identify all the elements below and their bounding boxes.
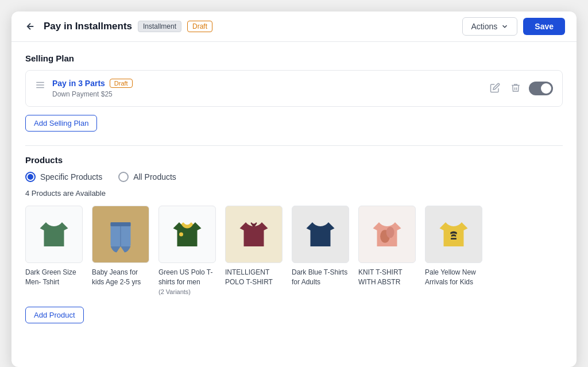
draft-badge: Draft: [187, 21, 212, 32]
main-window: Pay in Installments Installment Draft Ac…: [11, 11, 577, 367]
list-item: Dark Blue T-Shirts for Adults: [292, 206, 349, 295]
pencil-icon: [490, 83, 500, 93]
plan-name-row: Pay in 3 Parts Draft: [52, 79, 133, 88]
add-selling-plan-button[interactable]: Add Selling Plan: [25, 115, 97, 132]
plan-status-badge: Draft: [110, 79, 133, 88]
list-item: Green US Polo T-shirts for men (2 Varian…: [158, 206, 216, 295]
products-section-title: Products: [25, 155, 563, 165]
list-item: INTELLIGENT POLO T-SHIRT: [225, 206, 283, 295]
plan-toggle[interactable]: [529, 82, 553, 95]
specific-products-option[interactable]: Specific Products: [25, 172, 102, 182]
product-name-1: Dark Green Size Men- Tshirt: [25, 268, 83, 287]
specific-products-radio[interactable]: [25, 172, 36, 182]
all-products-radio[interactable]: [118, 172, 129, 182]
product-name-7: Pale Yellow New Arrivals for Kids: [425, 268, 482, 287]
product-name-4: INTELLIGENT POLO T-SHIRT: [225, 268, 283, 287]
plan-actions: [488, 80, 553, 97]
product-name-6: KNIT T-SHIRT WITH ABSTR: [358, 268, 416, 287]
plan-subtitle: Down Payment $25: [52, 90, 133, 98]
products-section: Products Specific Products All Products …: [25, 145, 563, 323]
list-item: KNIT T-SHIRT WITH ABSTR: [358, 206, 416, 295]
product-name-5: Dark Blue T-Shirts for Adults: [292, 268, 349, 287]
back-button[interactable]: [23, 19, 38, 34]
page-title: Pay in Installments: [44, 21, 132, 32]
product-type-radio-group: Specific Products All Products: [25, 172, 563, 182]
plan-name: Pay in 3 Parts: [52, 79, 105, 88]
menu-icon: [35, 80, 45, 92]
add-product-button[interactable]: Add Product: [25, 307, 84, 323]
product-image-2: [92, 206, 149, 263]
save-button[interactable]: Save: [523, 18, 565, 35]
list-item: Pale Yellow New Arrivals for Kids: [425, 206, 482, 295]
main-content: Selling Plan Pay in 3 Parts Draft Down P…: [11, 42, 577, 367]
product-grid: Dark Green Size Men- Tshirt Baby Jeans f…: [25, 206, 563, 295]
plan-info: Pay in 3 Parts Draft Down Payment $25: [52, 79, 133, 98]
svg-point-6: [179, 233, 183, 237]
list-item: Baby Jeans for kids Age 2-5 yrs: [92, 206, 149, 295]
selling-plan-card: Pay in 3 Parts Draft Down Payment $25: [25, 70, 563, 107]
actions-button[interactable]: Actions: [462, 17, 517, 36]
product-image-3: [158, 206, 216, 263]
product-name-2: Baby Jeans for kids Age 2-5 yrs: [92, 268, 149, 287]
specific-products-label: Specific Products: [40, 172, 102, 181]
product-name-3: Green US Polo T-shirts for men: [158, 268, 216, 287]
product-image-4: [225, 206, 283, 263]
trash-icon: [510, 83, 521, 93]
product-variants-3: (2 Variants): [158, 288, 191, 295]
products-available-count: 4 Products are Available: [25, 189, 563, 198]
installment-badge: Installment: [138, 21, 181, 32]
header-left: Pay in Installments Installment Draft: [23, 19, 455, 34]
selling-plan-section-title: Selling Plan: [25, 53, 563, 63]
svg-rect-5: [111, 222, 131, 226]
edit-plan-button[interactable]: [488, 80, 502, 97]
header: Pay in Installments Installment Draft Ac…: [11, 11, 577, 42]
product-image-7: [425, 206, 482, 263]
plan-left: Pay in 3 Parts Draft Down Payment $25: [35, 79, 133, 98]
product-image-5: [292, 206, 349, 263]
all-products-label: All Products: [133, 172, 176, 181]
chevron-down-icon: [501, 22, 509, 30]
product-image-1: [25, 206, 83, 263]
list-item: Dark Green Size Men- Tshirt: [25, 206, 83, 295]
delete-plan-button[interactable]: [508, 80, 523, 97]
svg-point-8: [386, 227, 394, 238]
all-products-option[interactable]: All Products: [118, 172, 176, 182]
header-right: Actions Save: [462, 17, 565, 36]
section-divider: [25, 145, 563, 146]
product-image-6: [358, 206, 416, 263]
